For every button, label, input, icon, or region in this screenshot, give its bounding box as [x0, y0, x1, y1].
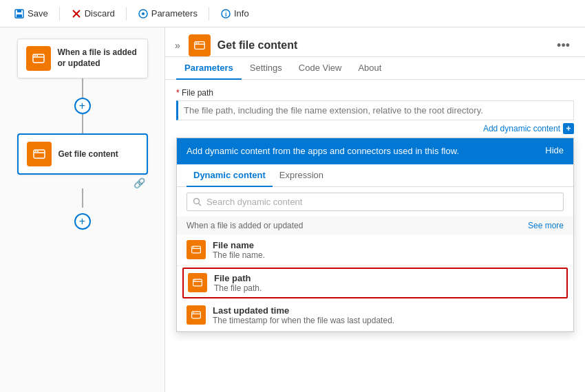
more-options-button[interactable]: ••• — [553, 37, 574, 54]
add-dynamic-plus-icon: + — [563, 123, 574, 134]
svg-point-20 — [198, 43, 199, 44]
action-card[interactable]: Get file content — [17, 133, 148, 175]
popup-tab-expression[interactable]: Expression — [273, 164, 330, 187]
tab-settings[interactable]: Settings — [242, 57, 290, 80]
connector-line-1 — [82, 78, 83, 98]
panel-icon-box — [189, 34, 211, 56]
action-link-icon: 🔗 — [134, 177, 145, 188]
field-label: * File path — [176, 88, 574, 98]
svg-point-11 — [34, 55, 36, 56]
svg-text:i: i — [225, 11, 227, 18]
trigger-icon-box — [26, 46, 51, 71]
popup-header-text: Add dynamic content from the apps and co… — [187, 145, 537, 157]
trigger-label: When a file is added or updated — [58, 47, 139, 69]
see-more-button[interactable]: See more — [528, 221, 564, 230]
info-button[interactable]: i Info — [215, 6, 255, 22]
tab-code-view[interactable]: Code View — [290, 57, 350, 80]
file-path-ftp-icon — [192, 277, 203, 288]
panel-ftp-icon — [193, 39, 206, 52]
last-updated-text: Last updated time The timestamp for when… — [213, 305, 394, 325]
last-updated-title: Last updated time — [213, 305, 394, 316]
popup-tab-dynamic[interactable]: Dynamic content — [187, 164, 273, 187]
dynamic-item-file-name[interactable]: File name The file name. — [177, 235, 573, 266]
tab-parameters[interactable]: Parameters — [176, 57, 242, 80]
add-step-button-2[interactable]: + — [74, 213, 91, 230]
last-updated-desc: The timestamp for when the file was last… — [213, 316, 394, 325]
file-name-ftp-icon — [191, 244, 202, 255]
right-panel: » Get file content ••• Parameters Settin… — [165, 28, 585, 392]
add-step-button-1[interactable]: + — [74, 98, 91, 114]
save-button[interactable]: Save — [8, 6, 54, 22]
toolbar: Save Discard Parameters i Info — [0, 0, 585, 28]
search-box — [187, 193, 564, 211]
trigger-card[interactable]: When a file is added or updated — [17, 39, 148, 78]
svg-point-19 — [195, 43, 197, 44]
dynamic-content-popup: Add dynamic content from the apps and co… — [176, 138, 574, 332]
tab-about[interactable]: About — [350, 57, 390, 80]
parameters-button[interactable]: Parameters — [132, 6, 203, 22]
svg-rect-2 — [17, 14, 22, 17]
save-icon — [14, 8, 25, 19]
svg-rect-1 — [17, 10, 21, 12]
svg-point-16 — [37, 151, 39, 152]
left-panel: When a file is added or updated + Get fi… — [0, 28, 165, 392]
search-icon — [193, 197, 202, 207]
separator-3 — [209, 7, 209, 21]
separator-2 — [126, 7, 127, 21]
svg-point-28 — [194, 280, 195, 281]
file-path-text: File path The file path. — [214, 273, 262, 293]
info-icon: i — [220, 8, 231, 19]
section-header: When a file is added or updated See more — [177, 217, 573, 235]
popup-tabs-bar: Dynamic content Expression — [177, 164, 573, 187]
add-dynamic-content-button[interactable]: Add dynamic content + — [483, 123, 574, 134]
file-name-icon-box — [187, 240, 206, 259]
discard-button[interactable]: Discard — [65, 6, 120, 22]
search-input[interactable] — [206, 197, 557, 207]
trigger-ftp-icon — [32, 52, 45, 65]
last-updated-icon-box — [187, 305, 206, 325]
file-path-input[interactable] — [176, 100, 574, 120]
file-path-title: File path — [214, 273, 262, 283]
tabs-bar: Parameters Settings Code View About — [165, 57, 585, 80]
add-dynamic-row: Add dynamic content + — [176, 123, 574, 134]
svg-point-12 — [36, 55, 38, 56]
svg-point-21 — [194, 198, 200, 204]
parameters-icon — [138, 8, 149, 19]
file-path-icon-box — [188, 273, 207, 292]
file-path-desc: The file path. — [214, 283, 262, 293]
file-name-title: File name — [213, 240, 265, 250]
main-layout: When a file is added or updated + Get fi… — [0, 28, 585, 392]
connector-line-2 — [82, 114, 83, 133]
separator-1 — [59, 7, 60, 21]
expand-button[interactable]: » — [173, 39, 182, 52]
svg-point-31 — [193, 312, 194, 314]
last-updated-ftp-icon — [191, 309, 202, 320]
right-header-left: » Get file content — [173, 34, 297, 56]
svg-point-6 — [142, 12, 145, 15]
popup-search-area — [177, 187, 573, 217]
panel-title: Get file content — [217, 39, 297, 52]
dynamic-item-file-path[interactable]: File path The file path. — [182, 268, 568, 298]
hide-button[interactable]: Hide — [537, 145, 564, 155]
connector-line-3 — [82, 188, 83, 208]
file-name-text: File name The file name. — [213, 240, 265, 260]
discard-icon — [71, 8, 82, 19]
action-ftp-icon — [32, 147, 46, 161]
svg-line-22 — [199, 203, 202, 206]
file-name-desc: The file name. — [213, 250, 265, 260]
right-header: » Get file content ••• — [165, 28, 585, 57]
popup-header: Add dynamic content from the apps and co… — [177, 138, 573, 164]
action-icon-box — [27, 142, 52, 166]
action-label: Get file content — [58, 149, 118, 159]
svg-point-15 — [35, 151, 36, 152]
dynamic-item-last-updated[interactable]: Last updated time The timestamp for when… — [177, 300, 573, 331]
svg-point-25 — [193, 247, 194, 248]
